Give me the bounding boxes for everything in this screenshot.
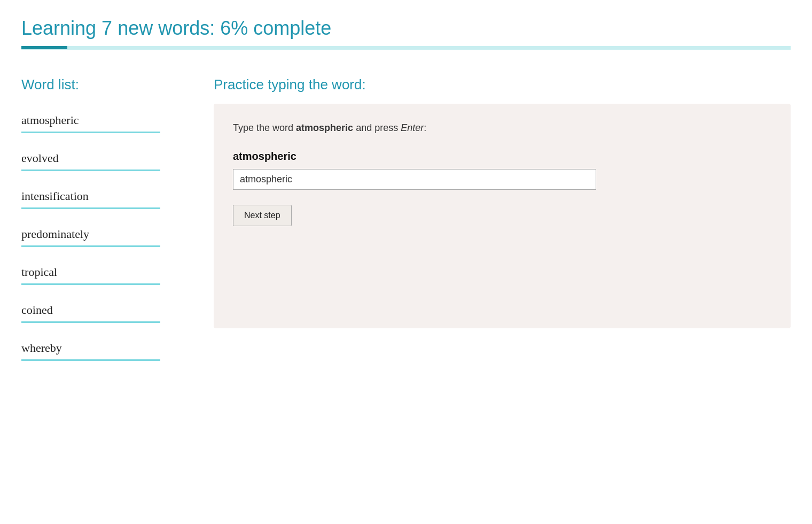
word-underline <box>21 207 160 209</box>
typing-input[interactable] <box>233 169 596 190</box>
instruction-prefix: Type the word <box>233 122 296 133</box>
practice-section: Practice typing the word: Type the word … <box>214 76 791 369</box>
word-label: atmospheric <box>21 104 182 132</box>
list-item: atmospheric <box>21 104 182 133</box>
list-item: evolved <box>21 142 182 171</box>
instruction-text: Type the word atmospheric and press Ente… <box>233 121 771 135</box>
word-label: whereby <box>21 332 182 359</box>
list-item: predominately <box>21 218 182 247</box>
word-underline <box>21 359 160 361</box>
instruction-key: Enter <box>401 122 424 133</box>
practice-title: Practice typing the word: <box>214 76 791 93</box>
instruction-word: atmospheric <box>296 122 353 133</box>
word-underline <box>21 132 160 133</box>
list-item: coined <box>21 294 182 323</box>
main-content: Word list: atmospheric evolved intensifi… <box>0 66 812 391</box>
word-label: coined <box>21 294 182 321</box>
list-item: intensification <box>21 180 182 209</box>
next-step-button[interactable]: Next step <box>233 205 292 226</box>
header: Learning 7 new words: 6% complete <box>0 0 812 50</box>
practice-box: Type the word atmospheric and press Ente… <box>214 104 791 328</box>
word-label: predominately <box>21 218 182 245</box>
word-underline <box>21 321 160 323</box>
divider <box>21 49 791 50</box>
list-item: whereby <box>21 332 182 361</box>
list-item: tropical <box>21 256 182 285</box>
word-label: evolved <box>21 142 182 169</box>
word-list-title: Word list: <box>21 76 182 93</box>
target-word: atmospheric <box>233 150 771 163</box>
page-title: Learning 7 new words: 6% complete <box>21 17 791 40</box>
word-underline <box>21 283 160 285</box>
word-underline <box>21 169 160 171</box>
word-list-section: Word list: atmospheric evolved intensifi… <box>21 76 182 369</box>
instruction-suffix: and press <box>353 122 401 133</box>
instruction-end: : <box>424 122 426 133</box>
word-label: intensification <box>21 180 182 207</box>
word-label: tropical <box>21 256 182 283</box>
word-underline <box>21 245 160 247</box>
